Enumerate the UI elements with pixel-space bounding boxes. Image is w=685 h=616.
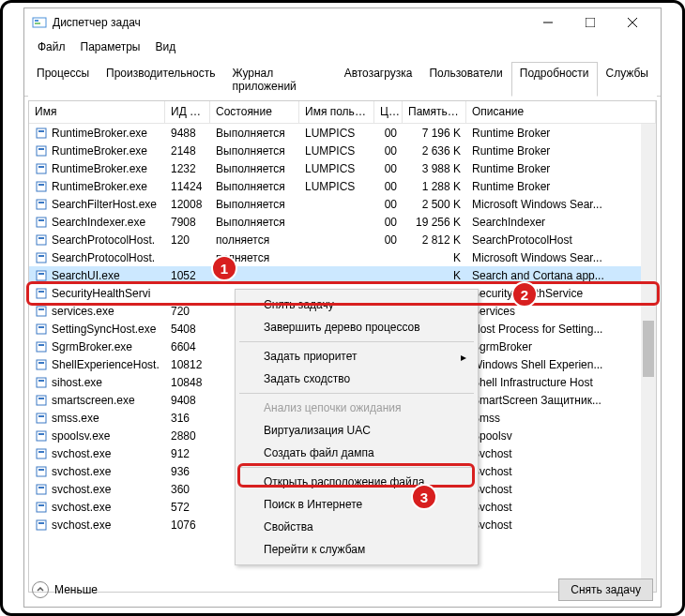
maximize-button[interactable] [569, 9, 611, 36]
tab-startup[interactable]: Автозагрузка [336, 62, 421, 97]
context-item[interactable]: Завершить дерево процессов [237, 316, 476, 338]
tab-processes[interactable]: Процессы [28, 62, 98, 97]
col-pid[interactable]: ИД п... [165, 101, 210, 123]
table-row[interactable]: SearchProtocolHost.полняетсяKMicrosoft W… [29, 248, 656, 266]
svg-rect-29 [37, 324, 46, 334]
process-icon [35, 323, 48, 336]
col-name[interactable]: Имя [29, 101, 165, 123]
table-row[interactable]: SearchUI.exe1052KSearch and Cortana app.… [29, 266, 656, 284]
process-cpu: 00 [374, 126, 403, 141]
process-name: svchost.exe [52, 447, 111, 460]
process-name: svchost.exe [52, 483, 111, 496]
process-user: LUMPICS [299, 179, 374, 194]
end-task-button[interactable]: Снять задачу [558, 578, 653, 601]
tab-performance[interactable]: Производительность [98, 62, 223, 97]
svg-rect-14 [38, 184, 44, 186]
context-item[interactable]: Снять задачу [237, 293, 476, 316]
svg-rect-37 [37, 396, 46, 405]
menu-file[interactable]: Файл [32, 38, 71, 55]
process-status: Выполняется [210, 143, 299, 158]
context-item[interactable]: Создать файл дампа [237, 442, 476, 464]
process-status: Выполняется [210, 197, 299, 212]
process-cpu: 00 [374, 197, 403, 212]
badge-1: 1 [211, 255, 237, 281]
table-row[interactable]: RuntimeBroker.exe2148ВыполняетсяLUMPICS0… [29, 142, 656, 159]
process-icon [35, 518, 48, 532]
context-item[interactable]: Задать приоритет▸ [237, 345, 476, 368]
scrollbar-thumb[interactable] [643, 321, 654, 377]
col-cpu[interactable]: ЦП [374, 101, 403, 123]
svg-rect-21 [37, 253, 46, 263]
menu-view[interactable]: Вид [149, 38, 181, 55]
process-pid: 5408 [165, 322, 210, 337]
tab-details[interactable]: Подробности [511, 62, 598, 97]
context-item[interactable]: Перейти к службам [237, 538, 476, 561]
process-mem: 3 988 K [403, 161, 466, 176]
svg-rect-33 [37, 360, 46, 369]
process-desc: SgrmBroker [466, 339, 656, 354]
svg-rect-28 [38, 308, 44, 310]
close-button[interactable] [611, 9, 653, 36]
app-icon [32, 15, 47, 30]
process-icon [35, 216, 48, 229]
process-status: Выполняется [210, 161, 299, 176]
svg-rect-48 [38, 487, 44, 488]
process-user: LUMPICS [299, 126, 374, 141]
process-mem: K [403, 250, 466, 265]
context-separator [239, 393, 474, 394]
tab-app-history[interactable]: Журнал приложений [224, 62, 336, 97]
table-row[interactable]: RuntimeBroker.exe11424ВыполняетсяLUMPICS… [29, 177, 656, 195]
fewer-toggle[interactable]: Меньше [32, 581, 98, 598]
context-item[interactable]: Открыть расположение файла [237, 471, 476, 493]
svg-rect-34 [38, 362, 44, 364]
svg-rect-23 [37, 271, 46, 280]
svg-rect-18 [38, 219, 44, 221]
process-mem: 2 500 K [403, 197, 466, 212]
col-user[interactable]: Имя польз... [299, 101, 374, 123]
process-pid: 316 [165, 411, 210, 426]
context-separator [239, 467, 474, 468]
process-name: SearchUI.exe [52, 269, 120, 282]
process-desc: Svchost [466, 446, 656, 461]
svg-rect-43 [37, 449, 46, 458]
process-desc: Svchost [466, 518, 656, 533]
svg-rect-52 [38, 522, 44, 524]
process-pid: 12008 [165, 197, 210, 212]
chevron-up-icon [32, 581, 49, 598]
process-name: SettingSyncHost.exe [52, 323, 156, 336]
svg-rect-20 [38, 237, 44, 239]
process-user [299, 275, 374, 277]
svg-rect-45 [37, 467, 46, 476]
col-mem[interactable]: Память (ч... [403, 101, 466, 123]
svg-rect-2 [35, 23, 40, 24]
menu-options[interactable]: Параметры [75, 38, 146, 55]
process-user [299, 239, 374, 241]
tab-services[interactable]: Службы [598, 62, 657, 97]
table-row[interactable]: RuntimeBroker.exe9488ВыполняетсяLUMPICS0… [29, 124, 656, 142]
process-name: svchost.exe [52, 518, 111, 532]
table-row[interactable]: SearchProtocolHost.120полняется002 812 K… [29, 231, 656, 248]
col-status[interactable]: Состояние [210, 101, 299, 123]
table-row[interactable]: SearchFilterHost.exe12008Выполняется002 … [29, 195, 656, 213]
table-row[interactable]: RuntimeBroker.exe1232ВыполняетсяLUMPICS0… [29, 159, 656, 177]
svg-rect-11 [37, 164, 46, 173]
process-desc: Smss [466, 411, 656, 426]
minimize-button[interactable] [526, 9, 569, 36]
scrollbar[interactable] [641, 124, 656, 592]
process-name: sihost.exe [52, 376, 102, 389]
col-desc[interactable]: Описание [466, 101, 656, 123]
process-pid: 10812 [165, 357, 210, 372]
process-name: RuntimeBroker.exe [52, 127, 147, 140]
process-pid: 1052 [165, 268, 210, 283]
context-item[interactable]: Поиск в Интернете [237, 493, 476, 516]
svg-rect-1 [35, 20, 38, 22]
context-item[interactable]: Свойства [237, 516, 476, 538]
context-item[interactable]: Виртуализация UAC [237, 419, 476, 442]
process-icon [35, 144, 48, 158]
table-row[interactable]: SearchIndexer.exe7908Выполняется0019 256… [29, 213, 656, 231]
context-item[interactable]: Задать сходство [237, 368, 476, 390]
svg-rect-9 [37, 146, 46, 156]
svg-rect-8 [38, 130, 44, 132]
tab-users[interactable]: Пользователи [420, 62, 510, 97]
process-desc: Host Process for Setting... [466, 322, 656, 337]
